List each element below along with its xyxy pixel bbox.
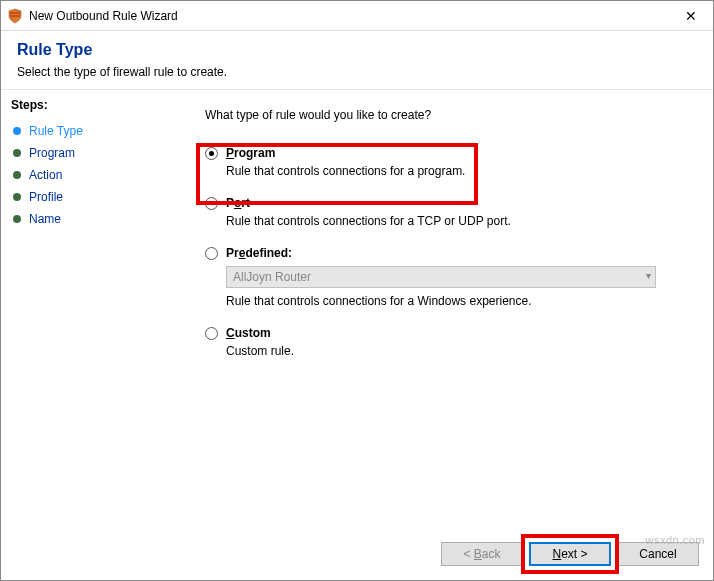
next-button-wrap: Next > [529,542,611,566]
back-button: < Back [441,542,523,566]
radio-custom[interactable]: Custom [205,326,689,340]
step-program[interactable]: Program [11,142,181,164]
option-desc: Rule that controls connections for a Win… [226,294,689,308]
step-bullet-icon [13,171,21,179]
radio-icon [205,197,218,210]
firewall-icon [7,8,23,24]
page-subtitle: Select the type of firewall rule to crea… [17,65,697,79]
chevron-down-icon: ▾ [646,270,651,281]
option-desc: Rule that controls connections for a TCP… [226,214,689,228]
window-title: New Outbound Rule Wizard [29,9,178,23]
svg-rect-1 [10,15,20,17]
step-label: Rule Type [29,124,83,138]
prompt-text: What type of rule would you like to crea… [205,108,689,122]
step-rule-type[interactable]: Rule Type [11,120,181,142]
option-port: Port Rule that controls connections for … [205,194,689,230]
option-desc: Custom rule. [226,344,689,358]
option-program: Program Rule that controls connections f… [205,144,689,180]
option-label: Custom [226,326,271,340]
step-label: Profile [29,190,63,204]
step-label: Name [29,212,61,226]
option-desc: Rule that controls connections for a pro… [226,164,689,178]
option-label: Port [226,196,250,210]
button-row: < Back Next > Cancel [441,542,699,566]
step-label: Program [29,146,75,160]
radio-predefined[interactable]: Predefined: [205,246,689,260]
predefined-dropdown: AllJoyn Router ▾ [226,266,656,288]
radio-program[interactable]: Program [205,146,689,160]
titlebar: New Outbound Rule Wizard ✕ [1,1,713,31]
option-custom: Custom Custom rule. [205,324,689,360]
step-profile[interactable]: Profile [11,186,181,208]
radio-icon [205,247,218,260]
page-title: Rule Type [17,41,697,59]
close-button[interactable]: ✕ [668,1,713,30]
step-action[interactable]: Action [11,164,181,186]
wizard-window: New Outbound Rule Wizard ✕ Rule Type Sel… [0,0,714,581]
content-pane: What type of rule would you like to crea… [181,90,713,580]
steps-pane: Steps: Rule Type Program Action Profile … [1,90,181,580]
steps-heading: Steps: [11,98,181,112]
option-label: Program [226,146,275,160]
next-button[interactable]: Next > [529,542,611,566]
radio-icon [205,327,218,340]
body-area: Steps: Rule Type Program Action Profile … [1,89,713,580]
header-area: Rule Type Select the type of firewall ru… [1,31,713,89]
step-bullet-icon [13,193,21,201]
dropdown-value: AllJoyn Router [233,270,311,284]
radio-port[interactable]: Port [205,196,689,210]
step-label: Action [29,168,62,182]
step-bullet-icon [13,127,21,135]
option-predefined: Predefined: AllJoyn Router ▾ Rule that c… [205,244,689,310]
step-bullet-icon [13,149,21,157]
cancel-button[interactable]: Cancel [617,542,699,566]
step-name[interactable]: Name [11,208,181,230]
option-label: Predefined: [226,246,292,260]
step-bullet-icon [13,215,21,223]
cancel-label: Cancel [639,547,676,561]
radio-icon [205,147,218,160]
svg-rect-0 [10,12,20,14]
close-icon: ✕ [685,8,697,24]
